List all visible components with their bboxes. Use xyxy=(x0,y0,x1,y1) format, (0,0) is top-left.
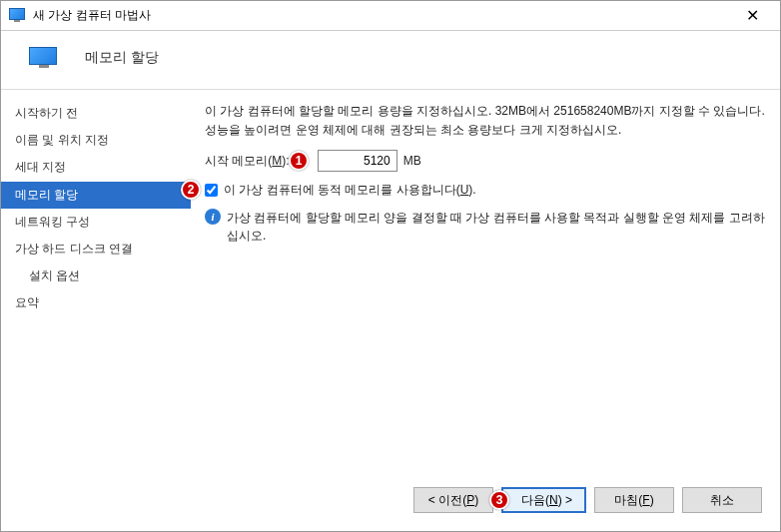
start-memory-row: 시작 메모리(M): 1 MB xyxy=(205,150,766,172)
start-memory-input[interactable] xyxy=(318,150,397,172)
app-icon xyxy=(9,8,25,24)
cancel-button[interactable]: 취소 xyxy=(682,487,762,513)
sidebar-item-name-location[interactable]: 이름 및 위치 지정 xyxy=(1,127,191,154)
sidebar-item-before-begin[interactable]: 시작하기 전 xyxy=(1,100,191,127)
window-title: 새 가상 컴퓨터 마법사 xyxy=(33,7,732,24)
sidebar-item-networking[interactable]: 네트워킹 구성 xyxy=(1,209,191,236)
page-title: 메모리 할당 xyxy=(85,49,159,67)
wizard-window: 새 가상 컴퓨터 마법사 ✕ 메모리 할당 시작하기 전 이름 및 위치 지정 … xyxy=(0,0,781,532)
info-text: 가상 컴퓨터에 할당할 메모리 양을 결정할 때 가상 컴퓨터를 사용할 목적과… xyxy=(227,209,766,245)
annotation-marker-2: 2 xyxy=(181,180,201,200)
sidebar-item-install-options[interactable]: 설치 옵션 xyxy=(1,263,191,289)
description-text: 이 가상 컴퓨터에 할당할 메모리 용량을 지정하십시오. 32MB에서 251… xyxy=(205,102,766,140)
dynamic-memory-label: 이 가상 컴퓨터에 동적 메모리를 사용합니다(U). xyxy=(224,182,476,199)
prev-button[interactable]: < 이전(P) xyxy=(413,487,493,513)
content-panel: 이 가상 컴퓨터에 할당할 메모리 용량을 지정하십시오. 32MB에서 251… xyxy=(191,90,780,475)
sidebar-item-generation[interactable]: 세대 지정 xyxy=(1,154,191,181)
next-button[interactable]: 다음(N) > xyxy=(501,487,586,513)
annotation-marker-1: 1 xyxy=(289,151,309,171)
info-icon: i xyxy=(205,209,221,225)
annotation-marker-3: 3 xyxy=(489,490,509,510)
sidebar: 시작하기 전 이름 및 위치 지정 세대 지정 메모리 할당 네트워킹 구성 가… xyxy=(1,90,191,475)
dynamic-memory-row: 2 이 가상 컴퓨터에 동적 메모리를 사용합니다(U). xyxy=(205,182,766,199)
info-row: i 가상 컴퓨터에 할당할 메모리 양을 결정할 때 가상 컴퓨터를 사용할 목… xyxy=(205,209,766,245)
titlebar: 새 가상 컴퓨터 마법사 ✕ xyxy=(1,1,780,31)
dynamic-memory-checkbox[interactable] xyxy=(205,184,218,197)
finish-button[interactable]: 마침(F) xyxy=(594,487,674,513)
footer: < 이전(P) 3 다음(N) > 마침(F) 취소 xyxy=(1,475,780,531)
start-memory-unit: MB xyxy=(403,154,421,168)
wizard-header: 메모리 할당 xyxy=(1,31,780,89)
sidebar-item-summary[interactable]: 요약 xyxy=(1,289,191,316)
sidebar-item-memory[interactable]: 메모리 할당 xyxy=(1,182,191,209)
sidebar-item-vhd[interactable]: 가상 하드 디스크 연결 xyxy=(1,236,191,263)
start-memory-label: 시작 메모리(M): xyxy=(205,153,290,170)
wizard-body: 시작하기 전 이름 및 위치 지정 세대 지정 메모리 할당 네트워킹 구성 가… xyxy=(1,89,780,475)
close-icon[interactable]: ✕ xyxy=(732,6,772,25)
header-icon xyxy=(29,47,61,69)
